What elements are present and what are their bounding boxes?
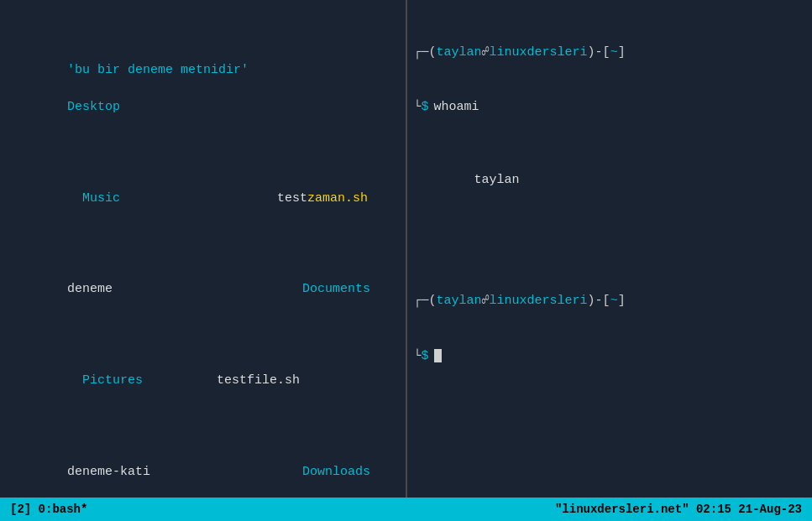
right-dollar-line-2: └$	[414, 347, 806, 366]
status-bar: [2] 0:bash* "linuxdersleri.net" 02:15 21…	[0, 498, 812, 521]
deneme-item: deneme	[67, 280, 202, 299]
testfile-item: testfile.sh	[202, 372, 302, 390]
ls-row-2: denemeDocuments	[7, 263, 399, 317]
terminal-split: 'bu bir deneme metnidir' Desktop Music t…	[0, 0, 812, 498]
right-dollar-line-1: └$ whoami	[414, 98, 806, 117]
downloads-item: Downloads	[302, 463, 370, 482]
right-prompt-path: ~	[610, 44, 618, 62]
zaman-item: zaman.sh	[307, 190, 368, 208]
r-end-bracket: ]	[618, 44, 626, 62]
right-prompt-user: taylan	[437, 44, 482, 62]
right2-prompt-user: taylan	[437, 292, 482, 310]
r-at: ☍	[482, 44, 490, 62]
music-item: Music	[67, 190, 202, 208]
right2-prompt-path: ~	[610, 292, 618, 310]
pictures-item: Pictures	[67, 372, 202, 390]
r-open-paren: (	[429, 44, 437, 62]
r2-prompt-corner: ┌─	[414, 292, 429, 310]
status-right: "linuxdersleri.net" 02:15 21-Aug-23	[545, 503, 812, 516]
r-prompt-corner: ┌─	[414, 44, 429, 62]
r-dollar: $	[422, 98, 429, 117]
right-prompt-2: ┌─(taylan☍linuxdersleri)-[~]	[414, 292, 806, 310]
ls-row-1: Music testzaman.sh	[7, 171, 399, 226]
right-prompt-host: linuxdersleri	[490, 44, 588, 62]
r2-bracket: )-[	[588, 292, 610, 310]
left-pane-content: 'bu bir deneme metnidir' Desktop Music t…	[7, 5, 399, 498]
deneme-kati-item: deneme-kati	[67, 463, 202, 482]
right-cursor	[434, 349, 442, 362]
whoami-output: taylan	[414, 153, 806, 207]
r-lower-left: └	[414, 98, 422, 117]
status-left: [2] 0:bash*	[0, 503, 97, 516]
r-bracket: )-[	[588, 44, 610, 62]
desktop-label: Desktop	[67, 100, 120, 114]
right-pane-content: ┌─(taylan☍linuxdersleri)-[~] └$ whoami t…	[414, 5, 806, 402]
ls-row-4: deneme-katiDownloads	[7, 445, 399, 498]
left-pane: 'bu bir deneme metnidir' Desktop Music t…	[0, 0, 407, 498]
right-pane: ┌─(taylan☍linuxdersleri)-[~] └$ whoami t…	[407, 0, 813, 498]
test-item: test	[202, 190, 307, 208]
ls-row-3: Pictures testfile.sh	[7, 353, 399, 408]
output-line: 'bu bir deneme metnidir' Desktop	[7, 44, 399, 135]
right-prompt-1: ┌─(taylan☍linuxdersleri)-[~]	[414, 44, 806, 62]
whoami-command: whoami	[434, 98, 479, 117]
quoted-text: 'bu bir deneme metnidir'	[67, 63, 249, 77]
r2-at: ☍	[482, 292, 490, 310]
r2-dollar: $	[422, 347, 429, 366]
right2-prompt-host: linuxdersleri	[490, 292, 588, 310]
r2-lower-left: └	[414, 347, 422, 366]
documents-item: Documents	[302, 280, 370, 299]
r2-open-paren: (	[429, 292, 437, 310]
r2-end-bracket: ]	[618, 292, 626, 310]
